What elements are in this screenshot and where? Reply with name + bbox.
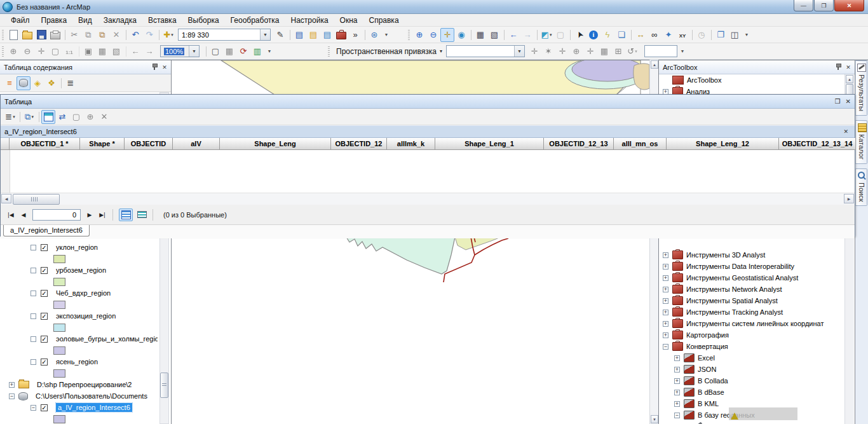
arctoolbox-tree-item[interactable]: Инструменты Network Analyst: [659, 284, 844, 295]
pin-icon[interactable]: [152, 64, 157, 71]
layer-visibility-checkbox[interactable]: [41, 313, 48, 320]
toc-layer-item[interactable]: экспозиция_region: [0, 310, 160, 333]
html-popup-button[interactable]: [614, 28, 628, 42]
toc-layer-item[interactable]: уклон_region: [0, 242, 160, 264]
arctoolbox-tree-item[interactable]: Инструменты систем линейных координат: [659, 318, 844, 329]
expand-icon[interactable]: [663, 298, 668, 304]
selected-layer-label[interactable]: a_IV_region_Intersect6: [56, 403, 132, 412]
viewer-window-button[interactable]: [714, 28, 728, 42]
collapse-icon[interactable]: [31, 313, 36, 319]
switch-selection-button[interactable]: [55, 110, 69, 124]
fixed-page-zoom-out-button[interactable]: [109, 44, 123, 58]
expand-icon[interactable]: [674, 401, 680, 407]
zoom-in-tool[interactable]: [412, 28, 426, 42]
layer-visibility-checkbox[interactable]: [41, 267, 48, 274]
toolbar-overflow-icon[interactable]: ▼: [266, 46, 273, 57]
collapse-icon[interactable]: [31, 291, 36, 296]
find-button[interactable]: [648, 28, 661, 42]
show-all-records-button[interactable]: [119, 209, 133, 221]
arctoolbox-tree-item[interactable]: Инструменты Geostatistical Analyst: [659, 272, 844, 284]
tree-item-label[interactable]: Инструменты Spatial Analyst: [686, 297, 778, 304]
collapse-icon[interactable]: [31, 359, 36, 365]
table-window-titlebar[interactable]: Таблица ❒ ✕: [1, 95, 855, 109]
dock-tab[interactable]: Каталог: [855, 120, 867, 164]
collapse-icon[interactable]: [31, 268, 36, 273]
column-header[interactable]: aIV: [173, 138, 220, 150]
expand-icon[interactable]: [663, 275, 668, 281]
collapse-icon[interactable]: [31, 405, 36, 411]
rotate-button[interactable]: [625, 44, 639, 58]
arctoolbox-tree-item[interactable]: Инструменты Tracking Analyst: [659, 306, 844, 318]
clear-selection-button[interactable]: [553, 28, 567, 42]
layer-label[interactable]: экспозиция_region: [56, 312, 116, 320]
menu-item[interactable]: Правка: [36, 15, 73, 26]
expand-icon[interactable]: [663, 332, 668, 338]
expand-icon[interactable]: [663, 321, 668, 327]
list-by-drawing-order-button[interactable]: [3, 76, 17, 90]
cut-button[interactable]: [67, 28, 81, 42]
collapse-icon[interactable]: [31, 336, 36, 342]
draft-mode-button[interactable]: [208, 44, 222, 58]
select-link-button[interactable]: [555, 44, 569, 58]
column-header[interactable]: alllmk_k: [387, 138, 435, 150]
arctoolbox-tree-item[interactable]: JSON: [659, 364, 844, 375]
column-header[interactable]: OBJECTID_12_13_14: [779, 138, 856, 150]
table-sheet-tab[interactable]: a_IV_region_Intersect6: [3, 225, 90, 236]
arctoolbox-tree-item[interactable]: Картография: [659, 329, 844, 341]
georeferencing-menu[interactable]: Пространственная привязка: [332, 47, 446, 56]
copy-button[interactable]: [81, 28, 95, 42]
layer-symbol-swatch[interactable]: [53, 255, 65, 263]
scrollbar-thumb[interactable]: [160, 373, 168, 398]
hyperlink-button[interactable]: [600, 28, 614, 42]
collapse-icon[interactable]: [9, 393, 15, 399]
expand-icon[interactable]: [674, 367, 680, 373]
toc-options-button[interactable]: [64, 76, 78, 90]
pin-icon[interactable]: [836, 64, 841, 71]
menu-item[interactable]: Закладка: [98, 15, 142, 26]
folder-path-label[interactable]: D:\shp Перепроецирование\2: [37, 381, 132, 388]
zoom-out-page-button[interactable]: [20, 44, 34, 58]
zoom-out-tool[interactable]: [426, 28, 440, 42]
zoom-100-button[interactable]: [62, 44, 76, 58]
column-header[interactable]: OBJECTID: [125, 138, 173, 150]
layer-visibility-checkbox[interactable]: [41, 404, 48, 411]
last-record-button[interactable]: ▶|: [96, 209, 109, 221]
layer-visibility-checkbox[interactable]: [41, 290, 48, 297]
measure-button[interactable]: [634, 28, 648, 42]
list-by-visibility-button[interactable]: [31, 76, 44, 90]
python-window-button[interactable]: [348, 28, 362, 42]
layer-symbol-swatch[interactable]: [53, 415, 65, 423]
tree-item-label[interactable]: В Collada: [698, 377, 728, 385]
delete-selected-rows-button[interactable]: [97, 110, 111, 124]
add-data-button[interactable]: [161, 28, 175, 42]
expand-icon[interactable]: [663, 310, 668, 315]
toolbar-overflow-icon[interactable]: ▼: [383, 29, 390, 41]
layer-symbol-swatch[interactable]: [53, 278, 65, 286]
scrollbar-thumb[interactable]: [13, 194, 60, 205]
toc-folder-item[interactable]: D:\shp Перепроецирование\2: [0, 379, 160, 390]
tree-item-label[interactable]: ArcToolbox: [687, 76, 721, 84]
focus-data-frame-button[interactable]: [222, 44, 236, 58]
dock-tab[interactable]: Результаты: [855, 60, 867, 116]
close-icon[interactable]: ✕: [843, 128, 851, 135]
first-record-button[interactable]: |◀: [4, 209, 17, 221]
delete-link-button[interactable]: [583, 44, 597, 58]
table-options-button[interactable]: [3, 110, 17, 124]
layer-label[interactable]: ясень_region: [56, 358, 98, 366]
go-to-xy-button[interactable]: [675, 28, 689, 42]
menu-item[interactable]: Справка: [363, 15, 404, 26]
scroll-up-icon[interactable]: ▲: [846, 75, 853, 83]
column-header[interactable]: Shape_Leng: [220, 138, 331, 150]
identify-button[interactable]: [587, 28, 600, 42]
column-header[interactable]: OBJECTID_12_13: [544, 138, 614, 150]
menu-item[interactable]: Геообработка: [225, 15, 285, 26]
scroll-right-icon[interactable]: ▶: [844, 194, 854, 203]
close-icon[interactable]: ✕: [844, 64, 852, 71]
arctoolbox-tree-item[interactable]: Конвертация: [659, 341, 844, 352]
toolbar-grip[interactable]: [328, 46, 330, 57]
toc-layer-item[interactable]: Чеб_вдхр_region: [0, 287, 160, 310]
toolbar-grip[interactable]: [2, 46, 4, 57]
scroll-left-icon[interactable]: ◀: [1, 194, 11, 203]
undo-button[interactable]: [128, 28, 142, 42]
map-scale-combo[interactable]: 1:89 330 ▼: [178, 29, 271, 41]
